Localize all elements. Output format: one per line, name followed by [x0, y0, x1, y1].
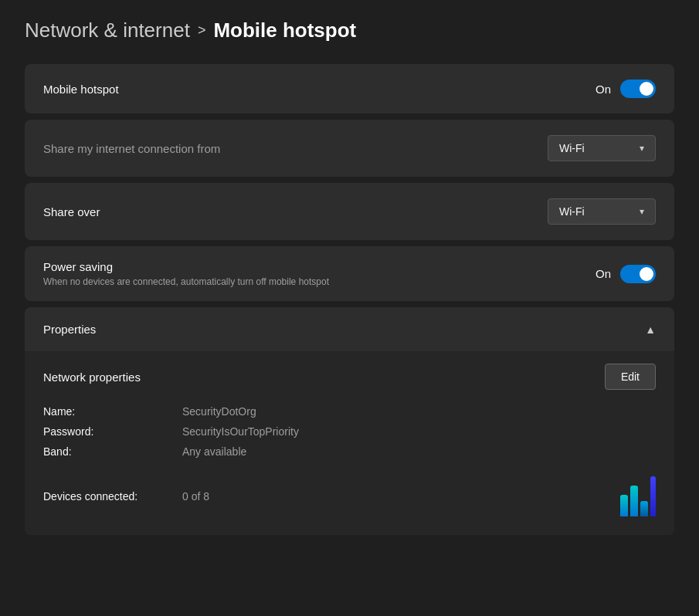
properties-header[interactable]: Properties ▲ [25, 307, 674, 351]
mobile-hotspot-label: Mobile hotspot [43, 83, 119, 96]
share-over-value: Wi-Fi [559, 205, 585, 218]
detail-rows: Name: SecurityDotOrg Password: SecurityI… [43, 405, 656, 458]
devices-left: Devices connected: 0 of 8 [43, 490, 209, 503]
mobile-hotspot-toggle[interactable] [620, 80, 656, 98]
name-value: SecurityDotOrg [182, 405, 256, 418]
share-connection-value: Wi-Fi [559, 142, 585, 154]
devices-value: 0 of 8 [182, 490, 209, 503]
share-connection-dropdown[interactable]: Wi-Fi ▾ [548, 135, 656, 161]
toggle-knob [640, 82, 653, 96]
breadcrumb: Network & internet > Mobile hotspot [25, 19, 674, 42]
share-connection-card: Share my internet connection from Wi-Fi … [25, 120, 674, 177]
band-row: Band: Any available [43, 445, 656, 458]
share-over-card: Share over Wi-Fi ▾ [25, 183, 674, 240]
power-saving-card: Power saving When no devices are connect… [25, 246, 674, 301]
share-connection-label: Share my internet connection from [43, 142, 220, 155]
mobile-hotspot-card: Mobile hotspot On [25, 64, 674, 113]
power-saving-row: Power saving When no devices are connect… [25, 246, 674, 301]
edit-button[interactable]: Edit [605, 364, 656, 390]
power-saving-toggle-label: On [596, 267, 611, 280]
power-saving-right: On [596, 265, 656, 283]
mobile-hotspot-right: On [596, 80, 656, 98]
network-properties-label: Network properties [43, 371, 141, 384]
properties-card: Properties ▲ Network properties Edit Nam… [25, 307, 674, 535]
chevron-down-icon: ▾ [640, 143, 644, 154]
power-saving-subtitle: When no devices are connected, automatic… [43, 276, 329, 287]
share-over-dropdown[interactable]: Wi-Fi ▾ [548, 198, 656, 225]
devices-key: Devices connected: [43, 490, 182, 503]
power-saving-toggle[interactable] [620, 265, 656, 283]
network-properties-row: Network properties Edit [43, 364, 656, 390]
name-row: Name: SecurityDotOrg [43, 405, 656, 418]
devices-connected-icon [620, 476, 656, 516]
power-saving-label-group: Power saving When no devices are connect… [43, 260, 329, 287]
chevron-up-icon: ▲ [645, 323, 656, 336]
band-key: Band: [43, 445, 182, 458]
breadcrumb-separator: > [198, 22, 206, 39]
chevron-down-icon-2: ▾ [640, 206, 644, 217]
share-over-row: Share over Wi-Fi ▾ [25, 183, 674, 240]
password-key: Password: [43, 425, 182, 438]
bar-3 [640, 501, 648, 516]
breadcrumb-current: Mobile hotspot [213, 19, 356, 42]
password-value: SecurityIsOurTopPriority [182, 425, 299, 438]
power-saving-label: Power saving [43, 260, 329, 273]
bar-2 [630, 486, 638, 516]
power-saving-toggle-knob [640, 267, 653, 281]
band-value: Any available [182, 445, 246, 458]
breadcrumb-parent[interactable]: Network & internet [25, 19, 190, 42]
mobile-hotspot-row: Mobile hotspot On [25, 64, 674, 113]
bar-1 [620, 495, 628, 516]
name-key: Name: [43, 405, 182, 418]
page-container: Network & internet > Mobile hotspot Mobi… [0, 0, 699, 560]
mobile-hotspot-toggle-label: On [596, 83, 611, 96]
properties-label: Properties [43, 323, 96, 336]
share-connection-row: Share my internet connection from Wi-Fi … [25, 120, 674, 177]
bar-4 [650, 476, 656, 516]
properties-content: Network properties Edit Name: SecurityDo… [25, 351, 674, 535]
share-over-label: Share over [43, 205, 100, 218]
devices-connected-row: Devices connected: 0 of 8 [43, 476, 656, 516]
password-row: Password: SecurityIsOurTopPriority [43, 425, 656, 438]
